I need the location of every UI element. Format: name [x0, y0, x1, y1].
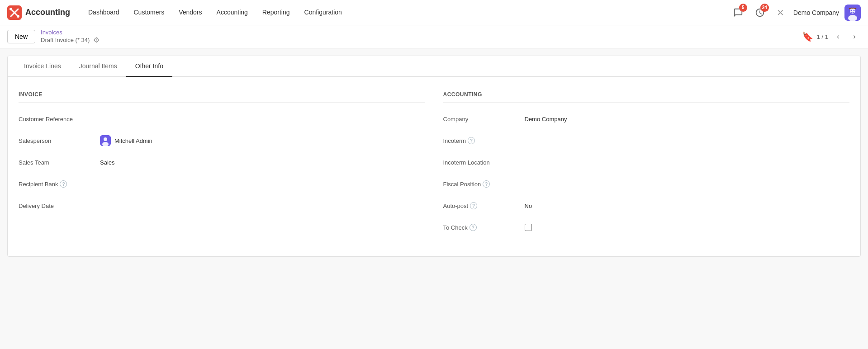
- navbar: Accounting Dashboard Customers Vendors A…: [0, 0, 868, 25]
- avatar-image: [844, 5, 861, 21]
- tab-journal-items[interactable]: Journal Items: [70, 56, 126, 77]
- chat-badge: 5: [739, 4, 747, 12]
- svg-point-11: [104, 137, 107, 141]
- company-name-label: Demo Company: [793, 9, 839, 16]
- two-column-layout: INVOICE Customer Reference Salesperson: [19, 91, 849, 242]
- main-content: Invoice Lines Journal Items Other Info I…: [7, 56, 861, 257]
- clock-icon-button[interactable]: 24: [752, 5, 768, 21]
- nav-item-accounting[interactable]: Accounting: [209, 0, 255, 25]
- tab-invoice-lines[interactable]: Invoice Lines: [15, 56, 70, 77]
- field-row-salesperson: Salesperson Mitchell Admin: [19, 133, 425, 148]
- auto-post-help-icon[interactable]: ?: [470, 202, 477, 209]
- field-row-incoterm-location: Incoterm Location: [443, 155, 850, 170]
- svg-point-8: [851, 9, 852, 11]
- customer-reference-label: Customer Reference: [19, 116, 100, 123]
- svg-point-9: [854, 9, 855, 11]
- field-row-incoterm: Incoterm ?: [443, 133, 850, 148]
- pagination-info: 1 / 1: [817, 33, 828, 40]
- invoice-section-title: INVOICE: [19, 91, 425, 103]
- navbar-right: 5 24 ✕ Demo Company: [730, 5, 861, 21]
- nav-item-reporting[interactable]: Reporting: [255, 0, 297, 25]
- nav-item-configuration[interactable]: Configuration: [297, 0, 349, 25]
- incoterm-help-icon[interactable]: ?: [468, 137, 475, 144]
- breadcrumb-title-text: Draft Invoice (* 34): [41, 37, 90, 43]
- delivery-date-label: Delivery Date: [19, 203, 100, 209]
- field-row-delivery-date: Delivery Date: [19, 198, 425, 213]
- sub-header-right: 🔖 1 / 1 ‹ ›: [802, 30, 861, 43]
- field-row-sales-team: Sales Team Sales: [19, 155, 425, 170]
- recipient-bank-help-icon[interactable]: ?: [60, 180, 67, 188]
- auto-post-value[interactable]: No: [525, 203, 850, 209]
- to-check-help-icon[interactable]: ?: [470, 224, 477, 231]
- salesperson-avatar: [100, 135, 111, 146]
- app-logo-icon: [7, 5, 22, 20]
- breadcrumb-link[interactable]: Invoices: [41, 29, 100, 36]
- svg-point-4: [17, 15, 19, 18]
- field-row-customer-reference: Customer Reference: [19, 112, 425, 126]
- tab-other-info[interactable]: Other Info: [126, 56, 172, 77]
- chat-icon-button[interactable]: 5: [730, 5, 746, 21]
- clock-badge: 24: [760, 4, 769, 12]
- nav-item-dashboard[interactable]: Dashboard: [81, 0, 127, 25]
- incoterm-location-label: Incoterm Location: [443, 159, 525, 166]
- accounting-section: ACCOUNTING Company Demo Company Incoterm…: [443, 91, 850, 242]
- salesperson-label: Salesperson: [19, 137, 100, 144]
- navbar-menu: Dashboard Customers Vendors Accounting R…: [81, 0, 730, 25]
- sub-header-left: New Invoices Draft Invoice (* 34) ⚙: [7, 29, 100, 44]
- to-check-checkbox[interactable]: [525, 224, 532, 231]
- fiscal-position-label: Fiscal Position ?: [443, 180, 525, 188]
- company-value[interactable]: Demo Company: [525, 116, 850, 123]
- nav-item-vendors[interactable]: Vendors: [171, 0, 209, 25]
- accounting-section-title: ACCOUNTING: [443, 91, 850, 103]
- field-row-auto-post: Auto-post ? No: [443, 198, 850, 213]
- to-check-value: [525, 224, 850, 231]
- breadcrumb-title: Draft Invoice (* 34) ⚙: [41, 36, 100, 44]
- sales-team-label: Sales Team: [19, 159, 100, 166]
- breadcrumb-area: Invoices Draft Invoice (* 34) ⚙: [41, 29, 100, 44]
- company-label: Company: [443, 116, 525, 123]
- settings-gear-icon[interactable]: ⚙: [93, 36, 100, 44]
- close-icon-button[interactable]: ✕: [773, 5, 788, 20]
- salesperson-value[interactable]: Mitchell Admin: [100, 135, 425, 146]
- app-name-label: Accounting: [25, 8, 70, 17]
- pagination-next-button[interactable]: ›: [848, 30, 861, 43]
- sub-header: New Invoices Draft Invoice (* 34) ⚙ 🔖 1 …: [0, 25, 868, 48]
- salesperson-avatar-image: [100, 135, 111, 146]
- sales-team-value[interactable]: Sales: [100, 159, 425, 166]
- tab-content-other-info: INVOICE Customer Reference Salesperson: [8, 77, 860, 256]
- invoice-section: INVOICE Customer Reference Salesperson: [19, 91, 425, 242]
- app-brand: Accounting: [7, 5, 70, 20]
- pagination-prev-button[interactable]: ‹: [832, 30, 844, 43]
- nav-item-customers[interactable]: Customers: [127, 0, 172, 25]
- field-row-recipient-bank: Recipient Bank ?: [19, 177, 425, 191]
- tabs-bar: Invoice Lines Journal Items Other Info: [8, 56, 860, 77]
- new-button[interactable]: New: [7, 30, 35, 43]
- incoterm-label: Incoterm ?: [443, 137, 525, 144]
- field-row-company: Company Demo Company: [443, 112, 850, 126]
- field-row-to-check: To Check ?: [443, 220, 850, 235]
- auto-post-label: Auto-post ?: [443, 202, 525, 209]
- user-avatar[interactable]: [844, 5, 861, 21]
- svg-point-3: [9, 8, 12, 10]
- bookmark-icon[interactable]: 🔖: [802, 31, 813, 42]
- field-row-fiscal-position: Fiscal Position ?: [443, 177, 850, 191]
- to-check-label: To Check ?: [443, 224, 525, 231]
- fiscal-position-help-icon[interactable]: ?: [483, 180, 490, 188]
- recipient-bank-label: Recipient Bank ?: [19, 180, 100, 188]
